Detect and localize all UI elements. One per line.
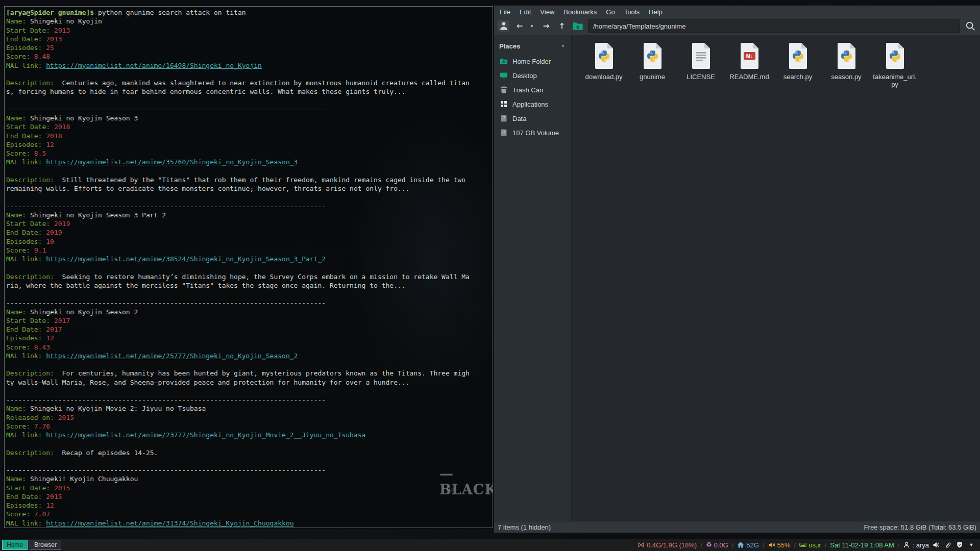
mal-link[interactable]: https://myanimelist.net/anime/16498/Shin… — [46, 62, 262, 69]
python-file-icon — [835, 42, 857, 70]
disk-indicator[interactable]: 52G — [737, 541, 759, 549]
places-header[interactable]: Places ▼ — [494, 39, 571, 54]
security-tray-button[interactable] — [955, 540, 964, 549]
sidebar-item-desktop[interactable]: Desktop — [494, 68, 571, 83]
sidebar-item-applications[interactable]: Applications — [494, 97, 571, 111]
menu-go[interactable]: Go — [601, 6, 619, 19]
description-text: ty walls—Wall Maria, Rose, and Sheena—pr… — [6, 379, 410, 386]
mal-link[interactable]: https://myanimelist.net/anime/38524/Shin… — [46, 255, 326, 263]
menu-file[interactable]: File — [495, 6, 515, 19]
field-label: Name: — [6, 405, 26, 412]
field-label: End Date: — [6, 493, 42, 500]
file-view[interactable]: download.pygnunimeLICENSEM↓README.mdsear… — [571, 35, 980, 521]
volume-tray-button[interactable] — [932, 540, 941, 549]
tray-expander-button[interactable]: ▼ — [967, 540, 976, 549]
mal-link[interactable]: https://myanimelist.net/anime/23777/Shin… — [46, 431, 365, 439]
terminal-line: MAL link: https://myanimelist.net/anime/… — [6, 61, 492, 70]
menu-edit[interactable]: Edit — [515, 6, 535, 19]
terminal-line: ria, where the battle against the mercil… — [6, 281, 492, 290]
file-download-py[interactable]: download.py — [580, 42, 628, 81]
terminal-window[interactable]: [arya@Spider gnunime]$ python gnunime se… — [4, 6, 493, 528]
field-value: 2017 — [50, 317, 70, 324]
workspace-button-home[interactable]: Home — [2, 540, 28, 550]
clock[interactable]: Sat 11-02-19 1:08 AM — [830, 541, 894, 549]
field-label: Name: — [6, 114, 26, 122]
file-readme-md[interactable]: M↓README.md — [725, 42, 773, 81]
menu-view[interactable]: View — [535, 6, 559, 19]
terminal-line: Episodes: 12 — [6, 501, 492, 510]
sidebar-item-home-folder[interactable]: Home Folder — [494, 54, 571, 68]
terminal-line: Score: 8.43 — [6, 343, 492, 352]
terminal-line: ----------------------------------------… — [6, 202, 492, 211]
place-label: Trash Can — [512, 86, 543, 94]
tray-separator: / — [824, 541, 828, 549]
clipboard-tray-button[interactable] — [943, 540, 952, 549]
user-indicator-text: : arya — [912, 541, 929, 549]
field-label: End Date: — [6, 325, 42, 333]
menu-help[interactable]: Help — [644, 6, 667, 19]
field-label: Episodes: — [6, 44, 42, 52]
sidebar-item-trash-can[interactable]: Trash Can — [494, 83, 571, 97]
field-value: 2015 — [50, 484, 70, 492]
field-value: 2015 — [42, 493, 62, 500]
field-label: MAL link: — [6, 431, 42, 439]
swap-indicator[interactable]: ♻0.0G — [706, 541, 728, 549]
field-label: Score: — [6, 422, 30, 430]
python-file-icon — [641, 42, 664, 70]
back-button[interactable]: ← — [514, 20, 525, 32]
file-search-py[interactable]: search.py — [774, 42, 822, 81]
swap-indicator-text: 0.0G — [714, 541, 728, 549]
description-text: s, forcing humans to hide in fear behind… — [6, 88, 406, 95]
anime-name: Shingeki no Kyojin Season 3 — [26, 114, 138, 122]
file-label: download.py — [581, 73, 626, 81]
mal-link[interactable]: https://myanimelist.net/anime/31374/Shin… — [46, 519, 293, 527]
field-label: Description: — [6, 449, 54, 457]
user-indicator[interactable]: : arya — [903, 541, 929, 549]
file-takeanime-url-py[interactable]: takeanime_url.py — [871, 42, 919, 88]
field-label: Score: — [6, 149, 30, 157]
file-label: season.py — [824, 73, 869, 81]
file-label: gnunime — [630, 73, 675, 81]
anime-name: Shingeki no Kyojin — [26, 17, 102, 25]
menu-bookmarks[interactable]: Bookmarks — [559, 6, 601, 19]
field-label: Start Date: — [6, 484, 50, 492]
places-list: Home FolderDesktopTrash CanApplicationsD… — [494, 54, 571, 140]
terminal-line: s, forcing humans to hide in fear behind… — [6, 87, 492, 96]
volume-indicator[interactable]: 55% — [768, 541, 791, 549]
up-icon: ↑ — [559, 21, 566, 31]
sidebar-item-107-gb-volume[interactable]: 107 GB Volume — [494, 126, 571, 140]
file-label: takeanime_url.py — [872, 73, 917, 88]
terminal-line: Name: Shingeki no Kyojin Season 3 — [6, 114, 492, 122]
tray-separator: / — [762, 541, 766, 549]
terminal-line: End Date: 2018 — [6, 132, 492, 140]
file-license[interactable]: LICENSE — [677, 42, 725, 81]
memory-indicator[interactable]: 0.4G/1.9G (18%) — [638, 541, 697, 549]
path-input[interactable] — [588, 19, 960, 33]
field-label: Released on: — [6, 414, 54, 421]
tray-separator: / — [897, 541, 901, 549]
home-folder-icon — [500, 57, 508, 65]
field-label: End Date: — [6, 35, 42, 43]
field-label: Start Date: — [6, 220, 50, 228]
file-season-py[interactable]: season.py — [822, 42, 870, 81]
terminal-line — [6, 457, 492, 466]
mal-link[interactable]: https://myanimelist.net/anime/25777/Shin… — [46, 352, 298, 360]
folder-button[interactable] — [572, 20, 583, 32]
search-button[interactable] — [965, 20, 976, 32]
forward-button[interactable]: → — [541, 20, 552, 32]
separator-line: ----------------------------------------… — [6, 396, 326, 404]
file-gnunime[interactable]: gnunime — [628, 42, 676, 81]
workspace-button-browser[interactable]: Browser — [30, 540, 61, 550]
menu-tools[interactable]: Tools — [620, 6, 644, 19]
terminal-line — [6, 290, 492, 298]
place-label: Desktop — [512, 72, 537, 80]
sidebar-item-data[interactable]: Data — [494, 111, 571, 126]
home-button[interactable] — [498, 20, 509, 32]
mal-link[interactable]: https://myanimelist.net/anime/35760/Shin… — [46, 158, 298, 166]
terminal-line — [6, 193, 492, 202]
terminal-line: Start Date: 2019 — [6, 219, 492, 228]
history-dropdown[interactable]: ▼ — [530, 20, 536, 32]
person-icon — [903, 541, 910, 548]
keyboard-indicator[interactable]: us,ir — [799, 541, 821, 549]
up-button[interactable]: ↑ — [556, 20, 568, 32]
